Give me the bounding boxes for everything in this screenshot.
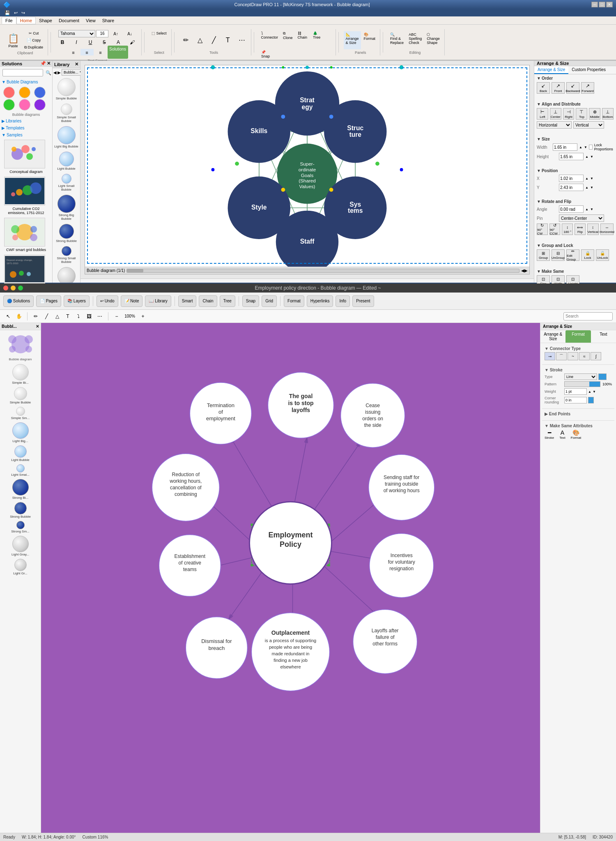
- x-input[interactable]: [559, 175, 584, 182]
- weight-down[interactable]: ▼: [593, 390, 596, 394]
- mac-layers-btn[interactable]: 📚 Layers: [64, 295, 90, 307]
- mac-format-btn[interactable]: Format: [284, 295, 304, 307]
- horizontal-distribute[interactable]: Horizontal: [537, 121, 572, 129]
- mac-tree-btn[interactable]: Tree: [220, 295, 235, 307]
- italic-btn[interactable]: I: [70, 38, 83, 45]
- y-input[interactable]: [559, 184, 584, 191]
- y-spinner-up[interactable]: ▲: [585, 186, 588, 189]
- mac-sample-preview[interactable]: Bubble diagram: [0, 330, 41, 363]
- stroke-type-select[interactable]: Line: [564, 373, 597, 380]
- library-close-btn[interactable]: ✕: [75, 62, 78, 67]
- solutions-close-btn[interactable]: 📌: [40, 61, 46, 66]
- mac-lib-light-small[interactable]: Light Smal...: [0, 463, 41, 478]
- mac-lib-strong-bubble[interactable]: Strong Bubble: [0, 501, 41, 520]
- mac-format-tab[interactable]: Format: [565, 330, 591, 343]
- align-right-btn[interactable]: ≡: [94, 49, 107, 55]
- maximize-btn[interactable]: □: [599, 2, 605, 7]
- vertical-distribute[interactable]: Vertical: [573, 121, 604, 129]
- font-color-btn[interactable]: A: [112, 38, 125, 45]
- x-spinner-down[interactable]: ▼: [590, 177, 593, 180]
- mac-connector-tool[interactable]: ⤵: [74, 311, 83, 321]
- bezier-connector-btn[interactable]: ~: [568, 352, 578, 360]
- align-center-btn[interactable]: ⊥Center: [550, 108, 561, 120]
- mac-grid-btn[interactable]: Grid: [262, 295, 277, 307]
- edit-group-btn[interactable]: ✏Edit Group: [566, 249, 579, 261]
- solutions-pin-btn[interactable]: ✕: [47, 61, 51, 66]
- mac-search-input[interactable]: [563, 312, 613, 320]
- lib-next-btn[interactable]: ▶: [57, 69, 61, 75]
- weight-up[interactable]: ▲: [588, 390, 591, 394]
- x-spinner-up[interactable]: ▲: [585, 177, 588, 180]
- pencil-btn[interactable]: ✏: [179, 35, 193, 45]
- decrease-font-btn[interactable]: A↓: [123, 30, 136, 37]
- underline-btn[interactable]: U: [84, 38, 97, 45]
- strikethrough-btn[interactable]: S̶: [98, 38, 111, 45]
- mac-close-btn[interactable]: [3, 286, 8, 290]
- paste-btn[interactable]: 📋 Paste: [5, 32, 21, 48]
- height-input[interactable]: [559, 153, 584, 160]
- mac-line-tool[interactable]: ╱: [41, 311, 51, 321]
- mac-lib-simple-bubble2[interactable]: Simple Bubble: [0, 386, 41, 406]
- mac-pencil-tool[interactable]: ✏: [31, 311, 41, 321]
- solutions-search-icon[interactable]: 🔍: [46, 70, 51, 76]
- lib-light-small-bubble[interactable]: Light Small Bubble: [53, 172, 80, 193]
- align-center-btn[interactable]: ≡: [80, 49, 94, 55]
- menu-file[interactable]: File: [2, 17, 16, 24]
- custom-properties-tab[interactable]: Custom Properties: [568, 66, 609, 74]
- mac-lib-light-gr[interactable]: Light Gr...: [0, 558, 41, 576]
- increase-font-btn[interactable]: A↑: [109, 30, 122, 37]
- mac-minimize-btn[interactable]: [11, 286, 16, 290]
- menu-view[interactable]: View: [83, 17, 99, 24]
- mac-lib-simple-small[interactable]: Simple Sm...: [0, 406, 41, 421]
- same-stroke-btn[interactable]: ━ Stroke: [545, 429, 554, 440]
- arrange-size-tab[interactable]: Arrange & Size: [534, 66, 568, 74]
- sample-cwf[interactable]: CWF smart grid bubbles: [2, 216, 51, 253]
- lib-prev-btn[interactable]: ◀: [53, 69, 57, 75]
- mac-smart-btn[interactable]: Smart: [178, 295, 197, 307]
- mac-note-btn[interactable]: 📝 Note: [121, 295, 143, 307]
- lib-light-bubble[interactable]: Light Bubble: [53, 150, 80, 172]
- font-select[interactable]: Tahoma: [58, 30, 95, 37]
- mac-library-close[interactable]: ✕: [36, 324, 39, 329]
- mac-info-btn[interactable]: Info: [336, 295, 350, 307]
- flip-v-btn[interactable]: ↕Vertical: [587, 223, 599, 235]
- height-spinner-down[interactable]: ▼: [590, 155, 593, 159]
- weight-input[interactable]: [564, 388, 587, 395]
- flip-btn[interactable]: ⟺Flip: [575, 223, 586, 235]
- align-right-btn[interactable]: ⊣Right: [563, 108, 575, 120]
- bold-btn[interactable]: B: [56, 38, 69, 45]
- line-btn[interactable]: ╱: [207, 35, 221, 45]
- minimize-btn[interactable]: ─: [591, 2, 598, 7]
- lib-strong-big-bubble[interactable]: Strong Big Bubble: [53, 193, 80, 222]
- mac-zoom-in-btn[interactable]: +: [138, 311, 148, 321]
- mac-present-btn[interactable]: Present: [352, 295, 374, 307]
- employment-policy-diagram[interactable]: Termination of employment The goal is to…: [41, 323, 540, 833]
- flip-h-btn[interactable]: ↔Horizontal: [600, 223, 614, 235]
- pin-select[interactable]: Center-Center: [559, 214, 604, 222]
- rotate-90cw-btn[interactable]: ↻90° CW: [537, 223, 548, 235]
- sample-conceptual[interactable]: Conceptual diagram: [2, 138, 51, 175]
- menu-share[interactable]: Share: [99, 17, 117, 24]
- lib-simple-bubble[interactable]: Simple Bubble: [53, 76, 80, 102]
- mac-lib-light-gray[interactable]: Light Gray...: [0, 535, 41, 558]
- angle-spinner-up[interactable]: ▲: [585, 207, 588, 211]
- menu-shape[interactable]: Shape: [36, 17, 55, 24]
- lib-strong-bubble[interactable]: Strong Bubble: [53, 222, 80, 244]
- color-thumb-2[interactable]: [19, 87, 30, 98]
- spelling-btn[interactable]: ABCSpellingCheck: [407, 31, 424, 49]
- mac-more-tool[interactable]: ⋯: [95, 311, 105, 321]
- mac-chain-btn[interactable]: Chain: [199, 295, 217, 307]
- align-top-btn[interactable]: ⊤Top: [576, 108, 587, 120]
- mac-select-tool[interactable]: ↖: [3, 311, 13, 321]
- libraries-toggle[interactable]: ▶ Libraries: [2, 119, 51, 123]
- text-btn[interactable]: T: [221, 35, 234, 45]
- scroll-left-btn[interactable]: ◀: [521, 268, 524, 273]
- samples-toggle[interactable]: ▼ Samples: [2, 133, 51, 137]
- more-tools-btn[interactable]: ⋯: [235, 35, 248, 45]
- redo-icon[interactable]: ↪: [20, 10, 26, 16]
- ungroup-btn[interactable]: ⊟UnGroup: [552, 249, 565, 261]
- align-bottom-btn[interactable]: ⊥Bottom: [602, 108, 614, 120]
- mac-text-tab[interactable]: Text: [591, 330, 616, 343]
- angle-input[interactable]: [559, 205, 584, 213]
- canvas-scrollbar[interactable]: Bubble diagram (1/1) ◀ ▶: [85, 267, 529, 274]
